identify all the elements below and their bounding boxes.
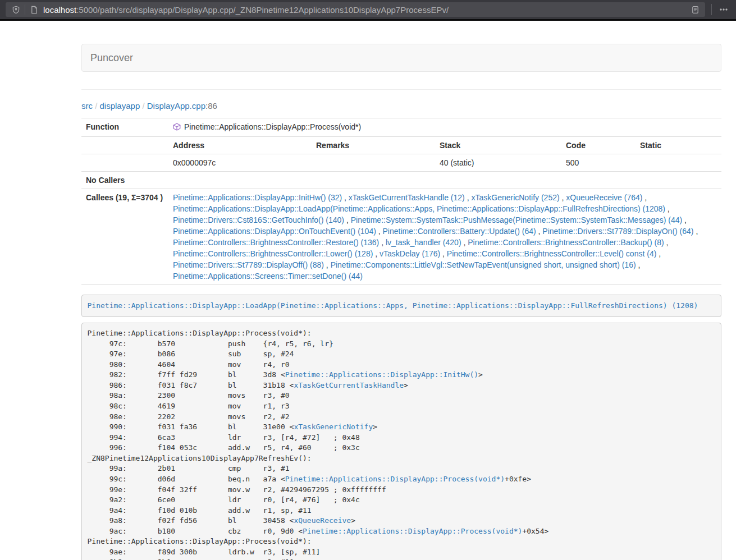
symbol-link[interactable]: Pinetime::Applications::DisplayApp::Proc…: [303, 527, 522, 535]
toolbar-divider: [711, 4, 712, 15]
callees-label: Callees (19, Σ=3704 ): [81, 189, 168, 285]
callee-link[interactable]: xTaskGenericNotify (252): [471, 193, 559, 202]
callee-link[interactable]: Pinetime::Controllers::Battery::Update()…: [383, 227, 536, 236]
no-callers-label: No Callers: [81, 172, 168, 189]
breadcrumb: src / displayapp / DisplayApp.cpp:86: [81, 100, 721, 112]
page-icon[interactable]: [29, 4, 39, 15]
callee-link[interactable]: lv_task_handler (420): [386, 238, 461, 247]
function-table: Function Pinetime::Applications::Display…: [81, 118, 721, 285]
horizontal-rule: [81, 89, 721, 90]
callee-link[interactable]: Pinetime::System::SystemTask::PushMessag…: [351, 215, 683, 224]
overflow-menu-button[interactable]: [717, 3, 730, 16]
callee-link[interactable]: xQueueReceive (764): [566, 193, 642, 202]
breadcrumb-line-number: :86: [205, 101, 217, 111]
no-callers-row: No Callers: [81, 172, 721, 189]
callee-link[interactable]: vTaskDelay (176): [380, 249, 440, 258]
loadapp-link[interactable]: Pinetime::Applications::DisplayApp::Load…: [88, 301, 698, 310]
callees-list: Pinetime::Applications::DisplayApp::Init…: [168, 189, 721, 285]
symbol-link[interactable]: Pinetime::Applications::DisplayApp::Init…: [285, 370, 478, 379]
function-name-cell: Pinetime::Applications::DisplayApp::Proc…: [168, 118, 721, 137]
function-name: Pinetime::Applications::DisplayApp::Proc…: [184, 122, 361, 131]
symbol-link[interactable]: xTaskGenericNotify: [294, 423, 373, 431]
callee-link[interactable]: Pinetime::Controllers::BrightnessControl…: [173, 238, 379, 247]
code-value: 500: [561, 154, 636, 172]
url-host: localhost: [43, 5, 76, 15]
callee-link[interactable]: Pinetime::Drivers::Cst816S::GetTouchInfo…: [173, 215, 344, 224]
callee-link[interactable]: Pinetime::Controllers::BrightnessControl…: [468, 238, 664, 247]
stats-header-row: Address Remarks Stack Code Static: [81, 137, 721, 154]
callee-link[interactable]: Pinetime::Controllers::BrightnessControl…: [447, 249, 656, 258]
divider: [25, 4, 25, 15]
symbol-link[interactable]: xQueueReceive: [294, 516, 351, 525]
selected-callee-snippet: Pinetime::Applications::DisplayApp::Load…: [81, 295, 721, 317]
callee-link[interactable]: xTaskGetCurrentTaskHandle (12): [349, 193, 465, 202]
callee-link[interactable]: Pinetime::Controllers::BrightnessControl…: [173, 249, 373, 258]
breadcrumb-separator: /: [93, 101, 100, 111]
symbol-link[interactable]: xTaskGetCurrentTaskHandle: [294, 381, 404, 389]
callee-link[interactable]: Pinetime::Drivers::St7789::DisplayOn() (…: [542, 227, 693, 236]
window-content-divider: [0, 19, 736, 21]
url-path: :5000/path/src/displayapp/DisplayApp.cpp…: [76, 5, 449, 15]
function-row: Function Pinetime::Applications::Display…: [81, 118, 721, 137]
col-static: Static: [636, 137, 721, 154]
url-text[interactable]: localhost:5000/path/src/displayapp/Displ…: [43, 5, 686, 15]
stack-value: 40 (static): [435, 154, 561, 172]
callees-row: Callees (19, Σ=3704 ) Pinetime::Applicat…: [81, 189, 721, 285]
static-value: [636, 154, 721, 172]
callee-link[interactable]: Pinetime::Applications::Screens::Timer::…: [173, 272, 363, 281]
disassembly-listing: Pinetime::Applications::DisplayApp::Proc…: [81, 323, 721, 560]
callee-link[interactable]: Pinetime::Applications::DisplayApp::Load…: [173, 204, 665, 213]
brand-link[interactable]: Puncover: [90, 52, 133, 63]
callee-link[interactable]: Pinetime::Applications::DisplayApp::Init…: [173, 193, 342, 202]
callee-link[interactable]: Pinetime::Applications::DisplayApp::OnTo…: [173, 227, 376, 236]
remarks-value: [312, 154, 435, 172]
reader-mode-icon[interactable]: [690, 4, 700, 15]
callee-link[interactable]: Pinetime::Drivers::St7789::DisplayOff() …: [173, 260, 324, 269]
function-label: Function: [81, 118, 168, 137]
page-container: Puncover src / displayapp / DisplayApp.c…: [81, 44, 721, 560]
address-value: 0x0000097c: [168, 154, 312, 172]
callee-link[interactable]: Pinetime::Components::LittleVgl::SetNewT…: [331, 260, 636, 269]
breadcrumb-separator: /: [140, 101, 147, 111]
col-code: Code: [561, 137, 636, 154]
breadcrumb-link[interactable]: src: [81, 101, 93, 111]
breadcrumb-link[interactable]: displayapp: [100, 101, 140, 111]
col-stack: Stack: [435, 137, 561, 154]
shield-icon[interactable]: [11, 4, 21, 15]
col-address: Address: [168, 137, 312, 154]
address-bar[interactable]: localhost:5000/path/src/displayapp/Displ…: [6, 2, 705, 17]
cube-icon: [173, 122, 181, 134]
browser-toolbar: localhost:5000/path/src/displayapp/Displ…: [0, 0, 736, 19]
symbol-link[interactable]: Pinetime::Applications::DisplayApp::Proc…: [285, 475, 505, 483]
overflow-menu-icon: [719, 5, 728, 14]
breadcrumb-link[interactable]: DisplayApp.cpp: [147, 101, 205, 111]
stats-value-row: 0x0000097c 40 (static) 500: [81, 154, 721, 172]
navbar: Puncover: [81, 44, 721, 72]
col-remarks: Remarks: [312, 137, 435, 154]
